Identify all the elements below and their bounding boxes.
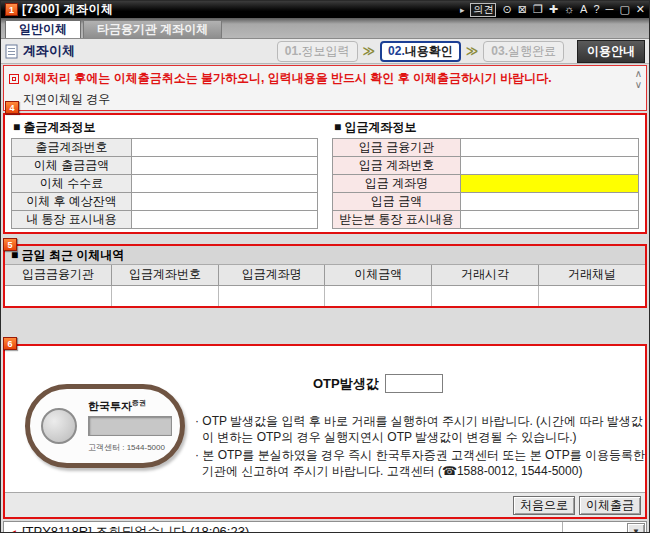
warning-notice: 이체처리 후에는 이체출금취소는 불가하오니, 입력내용을 반드시 확인 후 이…	[3, 65, 647, 111]
tab-general-transfer[interactable]: 일반이체	[5, 20, 81, 38]
otp-device-display	[88, 416, 172, 436]
column-header: 거래채널	[538, 265, 645, 285]
speaker-icon: ◄	[8, 527, 18, 533]
otp-panel: 6 한국투자증권 고객센터 : 1544-5000 OTP발생값 · OTP 발…	[3, 344, 647, 519]
close-button[interactable]: ✕	[636, 3, 645, 16]
deposit-account-table: 입금 금융기관 입금 계좌번호 입금 계좌명 입금 금액 받는분 통장 표시내용	[332, 138, 639, 229]
withdraw-account-section: ■ 출금계좌정보 출금계좌번호 이체 출금금액 이체 수수료 이체 후 예상잔액…	[11, 118, 318, 229]
my-passbook-memo-value	[132, 211, 318, 229]
otp-device-phone: 고객센터 : 1544-5000	[88, 442, 165, 453]
pin-icon[interactable]: ✚	[549, 3, 558, 16]
step-separator-icon: ≫	[466, 44, 479, 58]
page-title: 계좌이체	[23, 42, 75, 60]
window-title: [7300] 계좌이체	[22, 1, 114, 18]
transfer-fee-value	[132, 175, 318, 193]
window-number-badge: 1	[5, 3, 18, 16]
otp-body: 한국투자증권 고객센터 : 1544-5000 OTP발생값 · OTP 발생값…	[5, 346, 645, 492]
table-row: 내 통장 표시내용	[12, 211, 318, 229]
windows-icon[interactable]: ❐	[533, 3, 543, 16]
delayed-transfer-note: 지연이체일 경우	[9, 91, 622, 108]
opinion-button[interactable]: 의견	[470, 3, 496, 17]
step-1-input: 01.정보입력	[277, 41, 358, 62]
otp-device-button	[41, 408, 77, 444]
column-header: 입금금융기관	[5, 265, 112, 285]
deposit-account-number-value	[461, 157, 639, 175]
deposit-bank-value	[461, 139, 639, 157]
app-window: 1 [7300] 계좌이체 ▸ 의견 ⊙ ⊠ ❐ ✚ ☼ A ? ─ ▢ ✕ 일…	[0, 0, 650, 533]
expected-balance-value	[132, 193, 318, 211]
table-row: 입금 계좌명	[333, 175, 639, 193]
history-section-title: ■ 금일 최근 이체내역	[5, 246, 645, 265]
page-header: 계좌이체 01.정보입력 ≫ 02.내용확인 ≫ 03.실행완료 이용안내	[1, 39, 649, 64]
withdraw-section-title: ■ 출금계좌정보	[11, 118, 318, 138]
deposit-section-title: ■ 입금계좌정보	[332, 118, 639, 138]
tab-other-bank-transfer[interactable]: 타금융기관 계좌이체	[83, 20, 222, 38]
capture-icon[interactable]: ⊠	[518, 3, 527, 16]
table-row: 받는분 통장 표시내용	[333, 211, 639, 229]
transfer-amount-value	[132, 157, 318, 175]
dropdown-arrow-button[interactable]: ▼	[627, 523, 645, 533]
tab-bar: 일반이체 타금융기관 계좌이체	[1, 18, 649, 39]
table-row: 입금 금융기관	[333, 139, 639, 157]
progress-steps: 01.정보입력 ≫ 02.내용확인 ≫ 03.실행완료	[277, 41, 564, 62]
column-header: 입금계좌명	[218, 265, 325, 285]
status-history-combo: ▼	[562, 522, 646, 533]
help-icon[interactable]: ?	[593, 3, 599, 16]
withdraw-account-number-value	[132, 139, 318, 157]
column-header: 입금계좌번호	[112, 265, 219, 285]
history-table: 입금금융기관 입금계좌번호 입금계좌명 이체금액 거래시각 거래채널	[5, 265, 645, 306]
otp-instructions: · OTP 발생값을 입력 후 바로 거래를 실행하여 주시기 바랍니다. (시…	[193, 413, 645, 479]
warning-line: 이체처리 후에는 이체출금취소는 불가하오니, 입력내용을 반드시 확인 후 이…	[9, 70, 622, 87]
action-button-row: 처음으로 이체출금	[5, 492, 645, 517]
transfer-submit-button[interactable]: 이체출금	[579, 496, 641, 515]
otp-value-label: OTP발생값	[313, 375, 379, 393]
column-header: 거래시각	[432, 265, 539, 285]
submenu-arrow-icon[interactable]: ▸	[460, 5, 465, 15]
status-message: [TPY8118R] 조회되었습니다 (18:06:23)	[22, 523, 249, 533]
font-icon[interactable]: A	[580, 3, 587, 16]
maximize-button[interactable]: ▢	[619, 3, 629, 16]
deposit-amount-value	[461, 193, 639, 211]
document-icon	[5, 44, 18, 59]
step-2-confirm: 02.내용확인	[380, 41, 461, 62]
history-header-row: 입금금융기관 입금계좌번호 입금계좌명 이체금액 거래시각 거래채널	[5, 265, 645, 285]
settings-icon[interactable]: ☼	[564, 3, 574, 16]
deposit-account-name-field[interactable]	[461, 175, 639, 193]
warning-icon	[9, 74, 19, 84]
section-badge-6: 6	[3, 337, 17, 350]
notice-scroll-controls: ∧ ∨	[635, 69, 642, 89]
table-row: 입금 금액	[333, 193, 639, 211]
usage-guide-button[interactable]: 이용안내	[577, 40, 645, 63]
table-row: 이체 출금금액	[12, 157, 318, 175]
reset-button[interactable]: 처음으로	[513, 496, 575, 515]
table-row: 이체 수수료	[12, 175, 318, 193]
withdraw-account-table: 출금계좌번호 이체 출금금액 이체 수수료 이체 후 예상잔액 내 통장 표시내…	[11, 138, 318, 229]
column-header: 이체금액	[325, 265, 432, 285]
title-bar: 1 [7300] 계좌이체 ▸ 의견 ⊙ ⊠ ❐ ✚ ☼ A ? ─ ▢ ✕	[1, 1, 649, 18]
table-row	[5, 285, 645, 306]
table-row: 출금계좌번호	[12, 139, 318, 157]
step-3-complete: 03.실행완료	[483, 41, 564, 62]
table-row: 이체 후 예상잔액	[12, 193, 318, 211]
otp-device-brand: 한국투자증권	[88, 398, 146, 414]
otp-note-1: · OTP 발생값을 입력 후 바로 거래를 실행하여 주시기 바랍니다. (시…	[193, 413, 645, 445]
otp-note-2: · 본 OTP를 분실하였을 경우 즉시 한국투자증권 고객센터 또는 본 OT…	[193, 447, 645, 479]
mouse-icon[interactable]: ⊙	[502, 3, 511, 16]
otp-right-area: OTP발생값 · OTP 발생값을 입력 후 바로 거래를 실행하여 주시기 바…	[185, 352, 645, 492]
otp-value-input[interactable]	[385, 374, 443, 393]
otp-device-image: 한국투자증권 고객센터 : 1544-5000	[25, 384, 185, 468]
deposit-account-section: ■ 입금계좌정보 입금 금융기관 입금 계좌번호 입금 계좌명 입금 금액 받는…	[332, 118, 639, 229]
section-badge-5: 5	[3, 238, 17, 251]
scroll-up-icon[interactable]: ∧	[635, 69, 642, 78]
transfer-history-panel: 5 ■ 금일 최근 이체내역 입금금융기관 입금계좌번호 입금계좌명 이체금액 …	[3, 244, 647, 308]
section-badge-4: 4	[5, 101, 19, 114]
account-info-panel: ■ 출금계좌정보 출금계좌번호 이체 출금금액 이체 수수료 이체 후 예상잔액…	[3, 113, 647, 234]
recipient-passbook-memo-value	[461, 211, 639, 229]
table-row: 입금 계좌번호	[333, 157, 639, 175]
step-separator-icon: ≫	[363, 44, 376, 58]
scroll-down-icon[interactable]: ∨	[635, 80, 642, 89]
status-bar: ◄ [TPY8118R] 조회되었습니다 (18:06:23) ▼	[3, 521, 647, 533]
minimize-button[interactable]: ─	[606, 3, 614, 16]
